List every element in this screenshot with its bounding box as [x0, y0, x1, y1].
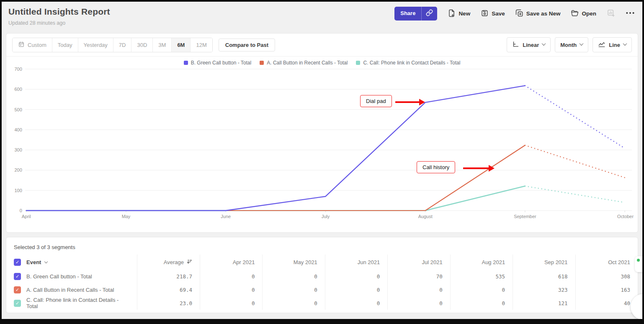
line-chart-icon: [598, 41, 605, 49]
annotation-call-history[interactable]: Call history: [417, 161, 455, 173]
scale-label: Linear: [523, 42, 539, 48]
calendar-icon: [18, 41, 25, 49]
table-cell: 70: [387, 270, 450, 283]
annotation-arrowhead: [419, 99, 425, 105]
average-header-label: Average: [164, 259, 184, 265]
series-line-dotted-b[interactable]: [525, 86, 625, 149]
table-cell: 40: [575, 296, 638, 310]
series-line-c[interactable]: [26, 186, 525, 211]
event-header-label: Event: [26, 259, 41, 265]
compare-to-past-button[interactable]: Compare to Past: [219, 39, 275, 51]
add-to-dashboard-icon: [607, 9, 615, 19]
chart-type-label: Line: [609, 42, 620, 48]
y-axis-tick-label: 400: [15, 127, 22, 132]
tab-7d[interactable]: 7D: [113, 38, 132, 52]
row-checkbox[interactable]: ✓: [14, 286, 21, 293]
new-label: New: [459, 10, 470, 17]
x-axis-month-label: June: [221, 214, 231, 219]
date-range-tabs: Custom Today Yesterday 7D 30D 3M 6M 12M: [12, 38, 213, 52]
table-cell: 0: [450, 296, 513, 310]
table-cell: 0: [200, 283, 262, 296]
series-a-row-label: A. Call Button in Recent Calls - Total: [26, 287, 114, 293]
interval-label: Month: [560, 42, 577, 48]
open-button[interactable]: Open: [571, 9, 596, 18]
copy-link-button[interactable]: [421, 7, 437, 21]
series-line-dotted-c[interactable]: [525, 186, 625, 203]
segments-table: ✓ Event Average Apr 2021 May 2021 Jun 20…: [6, 255, 638, 310]
column-header: Oct 2021: [575, 255, 638, 270]
y-axis-tick-label: 600: [15, 87, 22, 92]
table-cell: 0: [450, 283, 513, 296]
header-actions: Share New Save: [394, 7, 635, 21]
table-cell: 323: [513, 283, 575, 296]
y-axis-tick-label: 500: [15, 107, 22, 112]
sort-icon: [186, 259, 192, 266]
tab-30d[interactable]: 30D: [131, 38, 153, 52]
segments-table-panel: Selected 3 of 3 segments ✓ Event Average…: [6, 237, 638, 313]
x-axis-month-label: April: [22, 214, 31, 219]
table-cell: 0: [325, 283, 387, 296]
new-file-icon: [448, 9, 456, 18]
new-button[interactable]: New: [448, 9, 470, 18]
x-axis-month-label: September: [514, 214, 536, 219]
column-header-average[interactable]: Average: [137, 255, 200, 270]
table-cell: 0: [325, 296, 387, 310]
chevron-down-icon: [580, 41, 584, 46]
status-dot: [637, 259, 640, 262]
tab-12m[interactable]: 12M: [191, 38, 212, 52]
scale-dropdown[interactable]: Linear: [507, 37, 551, 52]
report-header: Untitled Insights Report Updated 28 minu…: [2, 2, 642, 33]
chevron-down-icon: [44, 260, 48, 263]
column-header: Jun 2021: [325, 255, 387, 270]
annotation-arrowhead: [489, 165, 495, 172]
save-as-new-icon: [515, 9, 523, 18]
x-axis-month-label: May: [122, 214, 131, 219]
annotation-arrow: [395, 101, 420, 103]
column-header: Apr 2021: [200, 255, 262, 270]
table-row-label: ✓ C. Call: Phone link in Contact Details…: [6, 296, 137, 310]
tab-3m[interactable]: 3M: [153, 38, 172, 52]
series-b-row-label: B. Green Call button - Total: [26, 273, 92, 280]
save-icon: [481, 9, 489, 18]
open-label: Open: [582, 10, 596, 17]
tab-custom[interactable]: Custom: [13, 38, 52, 52]
tab-yesterday[interactable]: Yesterday: [78, 38, 113, 52]
table-cell: 618: [513, 270, 575, 283]
share-button[interactable]: Share: [394, 7, 421, 21]
tab-6m[interactable]: 6M: [172, 38, 191, 52]
chevron-down-icon: [542, 41, 546, 46]
annotation-dial-pad[interactable]: Dial pad: [360, 95, 392, 107]
interval-dropdown[interactable]: Month: [555, 37, 588, 52]
table-cell: 308: [575, 270, 638, 283]
event-column-header[interactable]: Event: [26, 259, 47, 265]
table-cell: 0: [325, 270, 387, 283]
open-folder-icon: [571, 9, 579, 18]
tab-today[interactable]: Today: [52, 38, 78, 52]
save-button[interactable]: Save: [481, 9, 505, 18]
save-as-new-button[interactable]: Save as New: [515, 9, 561, 18]
series-line-b[interactable]: [26, 86, 525, 211]
chart-area: B. Green Call button - Total A. Call But…: [6, 57, 638, 226]
table-cell: 0: [262, 283, 325, 296]
column-header: Sep 2021: [513, 255, 575, 270]
table-cell: 163: [575, 283, 638, 296]
chart-type-dropdown[interactable]: Line: [592, 37, 632, 52]
date-range-toolbar: Custom Today Yesterday 7D 30D 3M 6M 12M …: [6, 33, 638, 57]
table-cell: 218.7: [137, 270, 200, 283]
select-all-checkbox[interactable]: ✓: [14, 259, 21, 266]
table-cell: 0: [200, 296, 262, 310]
row-checkbox[interactable]: ✓: [14, 273, 21, 280]
row-checkbox[interactable]: ✓: [14, 300, 21, 307]
share-split-button[interactable]: Share: [394, 7, 437, 21]
series-line-a[interactable]: [26, 145, 525, 211]
table-cell: 23.0: [137, 296, 200, 310]
x-axis-month-label: July: [322, 214, 330, 219]
save-label: Save: [492, 10, 505, 17]
floating-panel-cutoff[interactable]: [635, 256, 644, 272]
table-row-label: ✓ B. Green Call button - Total: [6, 270, 137, 283]
table-cell: 0: [387, 296, 450, 310]
more-options-icon[interactable]: [626, 10, 635, 18]
updated-timestamp: Updated 28 minutes ago: [8, 20, 635, 26]
table-cell: 0: [387, 283, 450, 296]
y-axis-tick-label: 200: [15, 167, 22, 172]
